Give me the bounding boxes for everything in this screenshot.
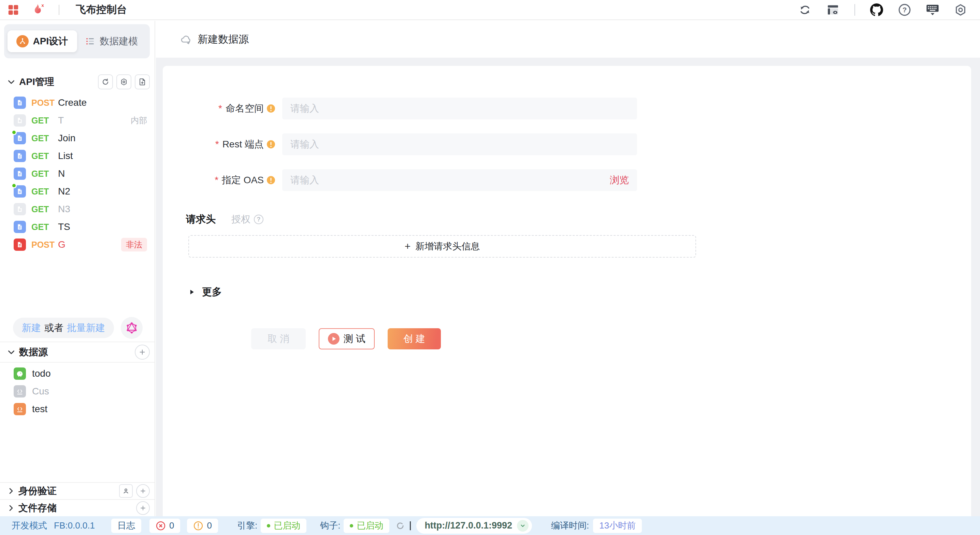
add-auth-button[interactable] (136, 484, 150, 498)
api-list-item[interactable]: GETJoin (0, 129, 154, 147)
api-section-header[interactable]: API管理 (0, 72, 154, 92)
storage-section-actions (136, 501, 150, 515)
datasource-section-title: 数据源 (19, 346, 48, 358)
svg-text:x: x (41, 3, 45, 8)
datasource-list-item[interactable]: Cus (0, 382, 154, 400)
add-request-header-button[interactable]: + 新增请求头信息 (188, 235, 696, 258)
api-list-item[interactable]: GETN (0, 165, 154, 183)
tab-api-design[interactable]: API设计 (8, 30, 77, 52)
auth-user-button[interactable] (119, 484, 133, 498)
hook-refresh-icon[interactable] (396, 521, 405, 530)
file-type-icon (14, 239, 26, 251)
test-button[interactable]: 测 试 (319, 328, 375, 349)
file-icon (16, 99, 24, 107)
tab-api-design-label: API设计 (33, 35, 68, 48)
api-name: N3 (58, 204, 70, 215)
file-icon (16, 117, 24, 124)
add-datasource-button[interactable] (135, 345, 150, 360)
settings-gear-icon[interactable] (954, 3, 967, 16)
auth-section-title: 身份验证 (18, 484, 57, 497)
error-icon (156, 521, 166, 531)
fireboom-flame-logo-icon[interactable]: x (31, 3, 45, 17)
topbar: x 飞布控制台 ? (0, 0, 980, 20)
batch-new-link[interactable]: 批量新建 (67, 322, 105, 334)
new-api-link[interactable]: 新建 (22, 322, 41, 334)
file-icon (16, 205, 24, 213)
dev-mode-label: 开发模式 (11, 520, 47, 532)
workbench-layout-icon[interactable] (826, 3, 839, 16)
api-name: Create (58, 97, 87, 108)
api-design-icon (16, 35, 29, 48)
api-list-item[interactable]: GETList (0, 147, 154, 165)
tab-authorization[interactable]: 授权 ? (231, 213, 263, 226)
more-toggle[interactable]: 更多 (188, 285, 971, 299)
chevron-down-icon (7, 78, 16, 86)
topbar-left: x 飞布控制台 (0, 3, 127, 17)
datasource-type-icon (14, 385, 26, 398)
api-list-item[interactable]: GETN2 (0, 183, 154, 200)
oas-input[interactable] (290, 175, 604, 186)
create-button[interactable]: 创 建 (388, 328, 441, 349)
tab-data-modeling[interactable]: 数据建模 (77, 30, 147, 52)
http-method: POST (32, 240, 57, 250)
storage-section-header[interactable]: 文件存储 (0, 499, 154, 516)
endpoint-input[interactable] (290, 139, 629, 150)
datasource-section-header[interactable]: 数据源 (0, 342, 154, 363)
header-tabs: 请求头 授权 ? (163, 212, 971, 226)
topbar-right: ? (799, 3, 980, 16)
endpoint-input-wrap (282, 134, 637, 155)
status-bar: 开发模式 FB:0.0.0.1 日志 0 0 引擎: 已启动 钩子: 已启动 h… (0, 516, 980, 535)
warning-icon (193, 521, 204, 531)
warning-count-pill[interactable]: 0 (187, 519, 218, 533)
namespace-input[interactable] (290, 103, 629, 114)
keyboard-shortcuts-icon[interactable] (926, 3, 939, 16)
datasource-type-icon (14, 368, 26, 380)
datasource-form: * 命名空间 * Rest 端点 (163, 66, 971, 349)
cancel-button[interactable]: 取 消 (251, 328, 306, 349)
help-icon[interactable]: ? (898, 3, 911, 16)
graphql-button[interactable] (121, 317, 143, 339)
github-icon[interactable] (870, 3, 883, 16)
refresh-apis-button[interactable] (98, 74, 113, 89)
file-icon (16, 134, 24, 142)
new-datasource-card: * 命名空间 * Rest 端点 (163, 66, 971, 516)
log-button[interactable]: 日志 (111, 519, 141, 533)
datasource-list-item[interactable]: todo (0, 365, 154, 382)
server-url: http://127.0.0.1:9992 (425, 520, 512, 531)
topbar-divider (59, 5, 59, 15)
api-list-item[interactable]: GETTS (0, 218, 154, 236)
sync-icon[interactable] (799, 3, 811, 16)
error-count-pill[interactable]: 0 (150, 519, 180, 533)
auth-section-header[interactable]: 身份验证 (0, 482, 154, 499)
new-api-button[interactable] (135, 74, 150, 89)
file-type-icon (14, 150, 26, 162)
script-icon (16, 405, 24, 413)
tab-request-headers[interactable]: 请求头 (186, 213, 216, 226)
add-storage-button[interactable] (136, 501, 150, 515)
file-icon (16, 170, 24, 177)
required-star: * (218, 103, 222, 114)
hook-status-pill: 已启动 (344, 519, 389, 533)
form-row-oas: * 指定 OAS 浏览 (163, 169, 971, 191)
browse-link[interactable]: 浏览 (610, 174, 629, 186)
file-icon (16, 188, 24, 195)
compile-time-pill[interactable]: 13小时前 (593, 519, 642, 533)
api-list: POSTCreateGETT内部GETJoinGETListGETNGETN2G… (0, 94, 154, 253)
active-dot-icon (11, 130, 17, 135)
api-name: TS (58, 221, 70, 232)
api-list-item[interactable]: POSTG非法 (0, 236, 154, 253)
topbar-right-divider (854, 4, 855, 16)
server-url-pill[interactable]: http://127.0.0.1:9992 (416, 518, 532, 533)
file-type-icon (14, 185, 26, 197)
api-settings-button[interactable] (116, 74, 131, 89)
datasource-list-item[interactable]: test (0, 400, 154, 418)
url-chevron-icon[interactable] (517, 520, 528, 532)
api-list-item[interactable]: GETN3 (0, 200, 154, 218)
status-divider (410, 521, 411, 530)
file-type-icon (14, 167, 26, 180)
apps-grid-icon[interactable] (7, 3, 20, 16)
api-list-item[interactable]: GETT内部 (0, 111, 154, 129)
http-method: GET (32, 151, 57, 161)
api-list-item[interactable]: POSTCreate (0, 94, 154, 111)
api-name: G (58, 239, 65, 250)
